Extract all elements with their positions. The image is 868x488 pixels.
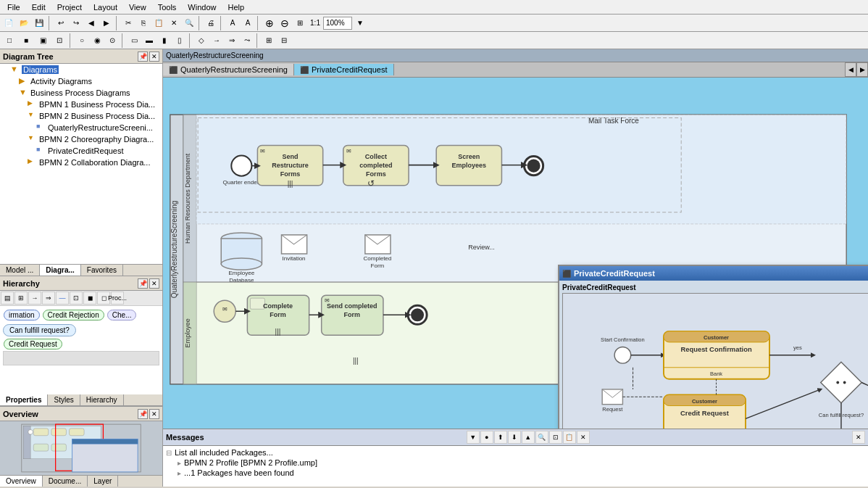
tab-styles[interactable]: Styles [48,394,80,405]
hier-pin-btn[interactable]: 📌 [138,278,148,289]
format1-btn[interactable]: A [225,16,240,30]
msg-clear-btn[interactable]: ✕ [577,431,590,444]
msg-btn8[interactable]: 📋 [563,431,576,444]
tree-item-collab[interactable]: ▶ BPMN 2 Collaboration Diagra... [0,157,162,168]
arrow2-btn[interactable]: ⇒ [225,33,239,48]
msg-btn5[interactable]: ▲ [522,431,535,444]
hier-close-btn[interactable]: ✕ [149,278,159,289]
hier-btn6[interactable]: ⊡ [70,291,83,305]
open-btn[interactable]: 📂 [17,16,31,30]
canvas-tab-pcr[interactable]: ⬛ PrivateCreditRequest [294,64,394,75]
menu-window[interactable]: Window [182,1,222,13]
hier-chip-credit-request[interactable]: Credit Request [4,339,62,350]
new-btn[interactable]: 📄 [1,16,16,30]
menu-project[interactable]: Project [51,1,88,13]
menu-help[interactable]: Help [222,1,250,13]
hier-scrollbar[interactable] [3,351,159,365]
tab-documents[interactable]: Docume... [43,476,88,487]
pcr-window[interactable]: ⬛ PrivateCreditRequest PrivateCreditRequ… [558,265,868,429]
tree-item-bpmn1[interactable]: ▶ BPMN 1 Business Process Dia... [0,99,162,110]
delete-btn[interactable]: ✕ [167,16,181,30]
msg-close-btn[interactable]: ✕ [852,431,865,444]
ov-pin-btn[interactable]: 📌 [138,409,148,419]
zoom-in-btn[interactable]: ⊕ [262,16,277,30]
hier-chip-confirmation[interactable]: irmation [4,310,40,320]
zoom-dropdown-btn[interactable]: ▼ [353,16,367,30]
hier-btn4[interactable]: ⇒ [42,291,55,305]
start-event-quarter[interactable] [231,156,251,176]
panel-close-btn[interactable]: ✕ [149,51,159,62]
back-btn[interactable]: ◀ [84,16,99,30]
shape2-btn[interactable]: ■ [18,33,34,48]
canvas-tab-qrs[interactable]: ⬛ QuaterlyRestructureScreening [163,64,294,75]
shape1-btn[interactable]: □ [1,33,17,48]
arrow3-btn[interactable]: ⤳ [240,33,254,48]
cut-btn[interactable]: ✂ [121,16,135,30]
msg-btn7[interactable]: ⊡ [549,431,562,444]
menu-edit[interactable]: Edit [26,1,51,13]
panel-pin-btn[interactable]: 📌 [138,51,148,62]
menu-tools[interactable]: Tools [152,1,183,13]
zoom-out-btn[interactable]: ⊖ [277,16,292,30]
circle2-btn[interactable]: ◉ [90,33,104,48]
ov-close-btn[interactable]: ✕ [149,409,159,419]
fwd-btn[interactable]: ▶ [99,16,114,30]
tab-layer[interactable]: Layer [88,476,118,487]
table2-btn[interactable]: ⊟ [277,33,291,48]
pcr-title-bar[interactable]: ⬛ PrivateCreditRequest [559,266,868,281]
msg-btn2[interactable]: ● [480,431,493,444]
rect1-btn[interactable]: ▭ [127,33,141,48]
save-btn[interactable]: 💾 [32,16,46,30]
hier-chip-che[interactable]: Che... [107,310,137,320]
pcr-diagram-area[interactable]: Start Confirmation Customer Request Conf… [562,293,868,429]
hier-oval-fulfill[interactable]: Can fulfill request? [3,324,76,336]
scroll-right-btn[interactable]: ▶ [856,62,868,77]
hier-btn3[interactable]: → [28,291,41,305]
zoom-reset-btn[interactable]: 1:1 [308,16,322,30]
find-btn[interactable]: 🔍 [182,16,196,30]
shape3-btn[interactable]: ▣ [35,33,51,48]
shape4-btn[interactable]: ⊡ [51,33,67,48]
paste-btn[interactable]: 📋 [151,16,166,30]
scroll-left-btn[interactable]: ◀ [845,62,856,77]
circle1-btn[interactable]: ○ [75,33,89,48]
tab-model[interactable]: Model ... [0,265,40,276]
msg-btn4[interactable]: ⬇ [508,431,521,444]
tab-properties[interactable]: Properties [0,394,48,405]
rect2-btn[interactable]: ▬ [142,33,157,48]
table1-btn[interactable]: ⊞ [262,33,276,48]
tab-diagrams[interactable]: Diagra... [40,265,80,276]
tree-item-activity[interactable]: ▶ Activity Diagrams [0,75,162,87]
menu-file[interactable]: File [1,1,26,13]
tree-item-diagrams[interactable]: ▼ Diagrams [0,64,162,75]
rect3-btn[interactable]: ▮ [157,33,172,48]
hier-chip-rejection[interactable]: Credit Rejection [43,310,104,320]
menu-view[interactable]: View [123,1,152,13]
canvas-main[interactable]: QuaterlyRestructureScreening Human Resou… [163,78,868,429]
hier-btn2[interactable]: ⊞ [14,291,28,305]
menu-layout[interactable]: Layout [88,1,123,13]
print-btn[interactable]: 🖨 [204,16,218,30]
hier-btn5[interactable]: — [56,291,69,305]
format2-btn[interactable]: A [241,16,255,30]
tab-overview[interactable]: Overview [0,476,43,487]
diagram-tree-area[interactable]: ▼ Diagrams ▶ Activity Diagrams ▼ Busines… [0,64,162,265]
rect4-btn[interactable]: ▯ [172,33,187,48]
tree-item-bpd[interactable]: ▼ Business Process Diagrams [0,87,162,99]
circle3-btn[interactable]: ⊙ [105,33,120,48]
overview-content[interactable] [0,421,162,475]
zoom-input[interactable] [323,17,352,30]
msg-btn6[interactable]: 🔍 [535,431,548,444]
tree-item-pcr[interactable]: ■ PrivateCreditRequest [0,145,162,157]
msg-btn1[interactable]: ▼ [467,431,480,444]
tab-favorites[interactable]: Favorites [81,265,123,276]
hier-btn7[interactable]: ◼ [83,291,96,305]
tab-hierarchy[interactable]: Hierarchy [80,394,124,405]
hier-btn1[interactable]: ▤ [1,291,14,305]
copy-btn[interactable]: ⎘ [136,16,151,30]
diamond-btn[interactable]: ◇ [194,33,209,48]
tree-item-bpmn2[interactable]: ▼ BPMN 2 Business Process Dia... [0,110,162,122]
pcr-start[interactable] [614,347,631,364]
arrow1-btn[interactable]: → [209,33,224,48]
zoom-fit-btn[interactable]: ⊞ [293,16,307,30]
